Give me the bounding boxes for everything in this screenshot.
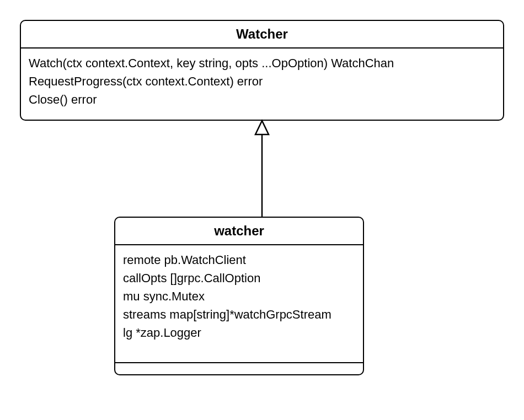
diagram-canvas: Watcher Watch(ctx context.Context, key s… bbox=[0, 0, 524, 420]
svg-marker-1 bbox=[255, 121, 269, 134]
generalization-arrow bbox=[0, 0, 524, 420]
